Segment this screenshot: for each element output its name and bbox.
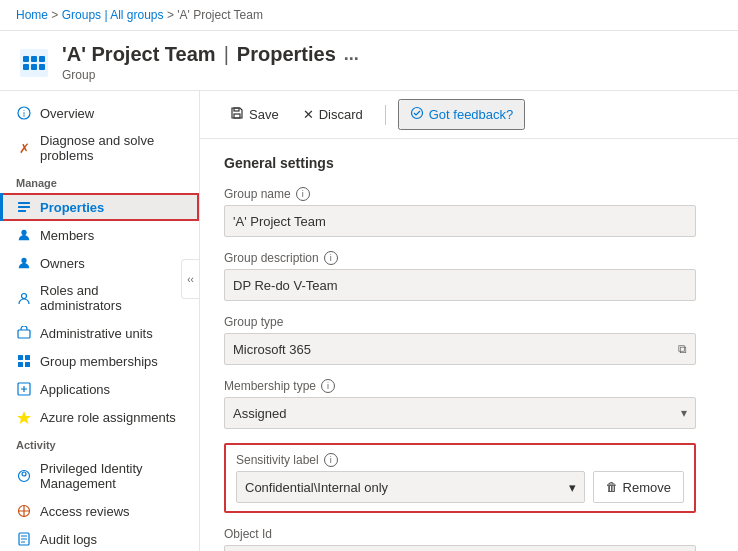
form-content: General settings Group name i Group desc… bbox=[200, 139, 720, 551]
discard-button[interactable]: ✕ Discard bbox=[293, 102, 373, 127]
object-id-input[interactable] bbox=[224, 545, 696, 551]
svg-point-31 bbox=[411, 108, 422, 119]
sidebar-diagnose-label: Diagnose and solve problems bbox=[40, 133, 183, 163]
sidebar-overview-label: Overview bbox=[40, 106, 94, 121]
audit-logs-icon bbox=[16, 531, 32, 547]
sensitivity-info-icon[interactable]: i bbox=[324, 453, 338, 467]
page-header: 'A' Project Team | Properties ... Group bbox=[0, 31, 738, 91]
applications-icon bbox=[16, 381, 32, 397]
svg-rect-5 bbox=[31, 64, 37, 70]
svg-rect-1 bbox=[23, 56, 29, 62]
svg-rect-10 bbox=[18, 206, 30, 208]
svg-rect-19 bbox=[25, 362, 30, 367]
content-area: Save ✕ Discard Got feedback? General set… bbox=[200, 91, 738, 551]
owners-icon bbox=[16, 255, 32, 271]
sidebar-azure-roles-label: Azure role assignments bbox=[40, 410, 176, 425]
section-title: General settings bbox=[224, 155, 696, 171]
remove-sensitivity-button[interactable]: 🗑 Remove bbox=[593, 471, 684, 503]
group-description-field: Group description i bbox=[224, 251, 696, 301]
group-type-label: Group type bbox=[224, 315, 696, 329]
breadcrumb-home[interactable]: Home bbox=[16, 8, 48, 22]
group-name-info-icon[interactable]: i bbox=[296, 187, 310, 201]
svg-rect-4 bbox=[23, 64, 29, 70]
sidebar-item-group-memberships[interactable]: Group memberships bbox=[0, 347, 199, 375]
breadcrumb-current: 'A' Project Team bbox=[177, 8, 263, 22]
toolbar: Save ✕ Discard Got feedback? bbox=[200, 91, 738, 139]
svg-point-13 bbox=[21, 258, 26, 263]
sidebar-item-members[interactable]: Members bbox=[0, 221, 199, 249]
svg-rect-16 bbox=[18, 355, 23, 360]
page-title: 'A' Project Team | Properties ... bbox=[62, 43, 722, 66]
sidebar: i Overview ✗ Diagnose and solve problems… bbox=[0, 91, 200, 551]
toolbar-divider bbox=[385, 105, 386, 125]
sidebar-properties-label: Properties bbox=[40, 200, 104, 215]
svg-text:i: i bbox=[23, 109, 25, 119]
sidebar-group-memberships-label: Group memberships bbox=[40, 354, 158, 369]
info-icon: i bbox=[16, 105, 32, 121]
svg-rect-30 bbox=[234, 108, 239, 111]
svg-rect-15 bbox=[18, 330, 30, 338]
remove-icon: 🗑 bbox=[606, 480, 618, 494]
sidebar-item-properties[interactable]: Properties bbox=[0, 193, 199, 221]
sidebar-item-owners[interactable]: Owners bbox=[0, 249, 199, 277]
object-id-field: Object Id ⧉ bbox=[224, 527, 696, 551]
sidebar-item-pim[interactable]: Privileged Identity Management bbox=[0, 455, 199, 497]
svg-point-14 bbox=[22, 294, 27, 299]
sidebar-item-azure-roles[interactable]: Azure role assignments bbox=[0, 403, 199, 431]
sidebar-item-access-reviews[interactable]: Access reviews bbox=[0, 497, 199, 525]
sidebar-applications-label: Applications bbox=[40, 382, 110, 397]
save-button[interactable]: Save bbox=[220, 101, 289, 128]
sidebar-item-applications[interactable]: Applications bbox=[0, 375, 199, 403]
svg-point-12 bbox=[21, 230, 26, 235]
sidebar-audit-logs-label: Audit logs bbox=[40, 532, 97, 547]
breadcrumb-groups[interactable]: Groups | All groups bbox=[62, 8, 164, 22]
azure-roles-icon bbox=[16, 409, 32, 425]
membership-type-info-icon[interactable]: i bbox=[321, 379, 335, 393]
svg-rect-0 bbox=[20, 49, 48, 77]
svg-rect-17 bbox=[25, 355, 30, 360]
svg-rect-9 bbox=[18, 202, 30, 204]
svg-rect-11 bbox=[18, 210, 26, 212]
header-group-name: 'A' Project Team bbox=[62, 43, 216, 66]
header-more-button[interactable]: ... bbox=[344, 44, 359, 65]
object-id-input-wrapper: ⧉ bbox=[224, 545, 696, 551]
feedback-icon bbox=[410, 106, 424, 123]
roles-icon bbox=[16, 290, 32, 306]
sidebar-item-overview[interactable]: i Overview bbox=[0, 99, 199, 127]
svg-rect-3 bbox=[39, 56, 45, 62]
membership-type-select[interactable]: Assigned ▾ bbox=[224, 397, 696, 429]
members-icon bbox=[16, 227, 32, 243]
feedback-button[interactable]: Got feedback? bbox=[398, 99, 526, 130]
membership-chevron-icon: ▾ bbox=[681, 406, 687, 420]
group-memberships-icon bbox=[16, 353, 32, 369]
membership-type-label: Membership type i bbox=[224, 379, 696, 393]
group-type-select[interactable]: Microsoft 365 ⧉ bbox=[224, 333, 696, 365]
object-id-label: Object Id bbox=[224, 527, 696, 541]
main-layout: i Overview ✗ Diagnose and solve problems… bbox=[0, 91, 738, 551]
sidebar-item-admin-units[interactable]: Administrative units bbox=[0, 319, 199, 347]
diagnose-icon: ✗ bbox=[16, 140, 32, 156]
svg-rect-2 bbox=[31, 56, 37, 62]
header-text: 'A' Project Team | Properties ... Group bbox=[62, 43, 722, 82]
group-name-label: Group name i bbox=[224, 187, 696, 201]
sidebar-item-roles[interactable]: Roles and administrators bbox=[0, 277, 199, 319]
sidebar-collapse-button[interactable]: ‹‹ bbox=[181, 259, 199, 299]
sidebar-access-reviews-label: Access reviews bbox=[40, 504, 130, 519]
pim-icon bbox=[16, 468, 32, 484]
group-description-info-icon[interactable]: i bbox=[324, 251, 338, 265]
sidebar-members-label: Members bbox=[40, 228, 94, 243]
sensitivity-label-row: Sensitivity label i bbox=[236, 453, 684, 467]
svg-point-23 bbox=[22, 472, 26, 476]
copy-icon: ⧉ bbox=[678, 342, 687, 356]
sensitivity-select[interactable]: Confidential\Internal only ▾ bbox=[236, 471, 585, 503]
group-icon bbox=[16, 45, 52, 81]
group-name-input[interactable] bbox=[224, 205, 696, 237]
sidebar-item-audit-logs[interactable]: Audit logs bbox=[0, 525, 199, 551]
membership-type-field: Membership type i Assigned ▾ bbox=[224, 379, 696, 429]
svg-rect-6 bbox=[39, 64, 45, 70]
header-page-name: Properties bbox=[237, 43, 336, 66]
sidebar-item-diagnose[interactable]: ✗ Diagnose and solve problems bbox=[0, 127, 199, 169]
sidebar-roles-label: Roles and administrators bbox=[40, 283, 183, 313]
group-description-input[interactable] bbox=[224, 269, 696, 301]
svg-rect-18 bbox=[18, 362, 23, 367]
